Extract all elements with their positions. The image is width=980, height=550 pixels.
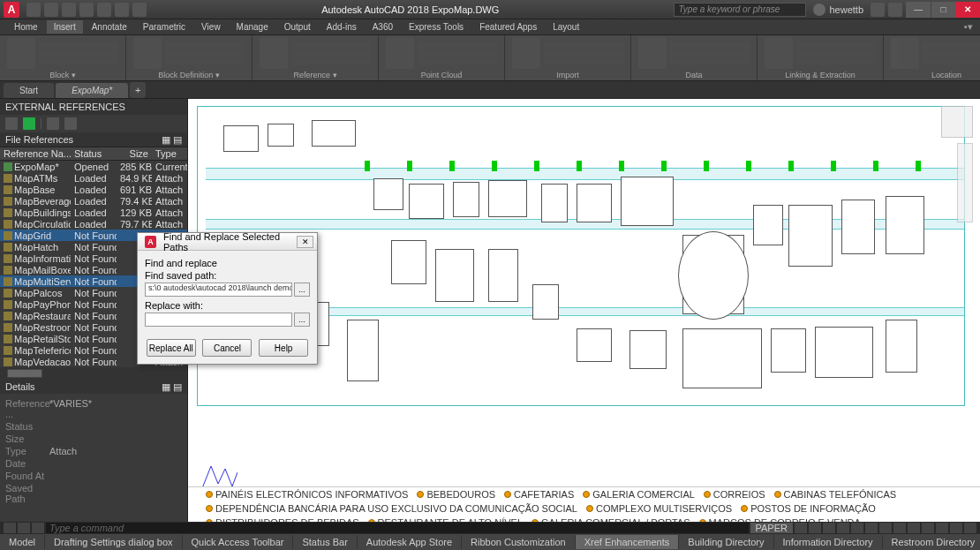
ribbon-button[interactable] [765, 37, 793, 69]
qat-open-icon[interactable] [44, 3, 58, 17]
osnap-icon[interactable] [851, 523, 863, 533]
grid-icon[interactable] [795, 523, 807, 533]
help-search-input[interactable]: Type a keyword or phrase [674, 3, 806, 17]
layout-icon[interactable] [18, 523, 30, 533]
transparency-icon[interactable] [893, 523, 906, 533]
layout-tab[interactable]: Restroom Directory [883, 535, 980, 549]
legend-dot-icon [531, 519, 539, 522]
qat-undo-icon[interactable] [115, 3, 129, 17]
doctab-active[interactable]: ExpoMap* [56, 83, 128, 98]
menu-insert[interactable]: Insert [47, 20, 83, 34]
minimize-button[interactable]: — [906, 2, 931, 18]
xref-row[interactable]: MapATMsLoaded84.9 KBAttach [0, 172, 187, 184]
close-button[interactable]: ✕ [955, 2, 980, 18]
maximize-button[interactable]: □ [931, 2, 955, 18]
user-menu[interactable]: hewettb [813, 4, 863, 16]
a360-icon[interactable] [871, 3, 885, 17]
layout-tab[interactable]: Ribbon Customization [462, 535, 576, 549]
replace-browse-button[interactable]: ... [294, 313, 310, 327]
polar-icon[interactable] [837, 523, 849, 533]
ribbon-button[interactable] [891, 37, 919, 69]
col-size[interactable]: Size [117, 147, 152, 160]
lweight-icon[interactable] [879, 523, 892, 533]
legend-item: GALERIA COMERCIAL [583, 489, 695, 500]
help-icon[interactable] [888, 3, 902, 17]
xref-row[interactable]: MapBuildingsLoaded129 KBAttach [0, 207, 187, 218]
plus-icon[interactable] [32, 523, 44, 533]
viewcube[interactable] [941, 106, 973, 138]
qat-plot-icon[interactable] [97, 3, 111, 17]
dialog-close-button[interactable]: ✕ [297, 236, 313, 248]
selection-icon[interactable] [908, 523, 920, 533]
dialog-titlebar[interactable]: A Find and Replace Selected Paths ✕ [138, 233, 317, 251]
menu-parametric[interactable]: Parametric [136, 20, 192, 34]
layout-tab[interactable]: Information Directory [774, 535, 883, 549]
list-view-icon[interactable] [47, 117, 59, 130]
layout-tab[interactable]: Model [0, 535, 45, 549]
menu-a360[interactable]: A360 [366, 20, 400, 34]
units-icon[interactable] [950, 523, 962, 533]
xref-icon [4, 312, 12, 320]
tree-view-icon[interactable] [64, 117, 77, 130]
layout-tab[interactable]: Xref Enhancements [576, 535, 680, 549]
ribbon-button[interactable] [7, 37, 35, 69]
ribbon-button[interactable] [133, 37, 162, 69]
xref-row[interactable]: ExpoMap*Opened285 KBCurrent [0, 161, 187, 172]
qat-redo-icon[interactable] [132, 3, 147, 17]
doctab-start[interactable]: Start [4, 83, 54, 98]
layout-tab[interactable]: Building Directory [679, 535, 773, 549]
menu-annotate[interactable]: Annotate [85, 20, 134, 34]
col-name[interactable]: Reference Na... [0, 147, 71, 160]
ribbon-button[interactable] [638, 37, 667, 69]
find-path-input[interactable]: s:\0 autodesk\autocad 2018\launch demo\d… [145, 283, 292, 297]
xref-row[interactable]: MapCirculationLoaded79.7 KBAttach [0, 218, 187, 230]
col-status[interactable]: Status [71, 147, 117, 160]
ribbon-button[interactable] [512, 37, 540, 69]
space-toggle[interactable]: PAPER [750, 523, 793, 533]
ribbon-button[interactable] [386, 37, 414, 69]
find-browse-button[interactable]: ... [294, 283, 310, 297]
qat-new-icon[interactable] [26, 3, 41, 17]
qat-save-icon[interactable] [62, 3, 76, 17]
cleanscreen-icon[interactable] [964, 523, 976, 533]
attach-dwg-icon[interactable] [5, 117, 18, 130]
layout-tab[interactable]: Quick Access Toolbar [183, 535, 294, 549]
navigation-bar[interactable] [957, 143, 973, 222]
menu-add-ins[interactable]: Add-ins [320, 20, 364, 34]
menu-output[interactable]: Output [277, 20, 318, 34]
replace-with-input[interactable] [145, 313, 292, 327]
qat-saveas-icon[interactable] [79, 3, 94, 17]
layout-tab[interactable]: Status Bar [293, 535, 357, 549]
menu-featured-apps[interactable]: Featured Apps [472, 20, 544, 34]
command-line[interactable]: Type a command [46, 523, 749, 533]
col-type[interactable]: Type [152, 147, 187, 160]
horizontal-scrollbar[interactable] [0, 367, 187, 380]
details-toggle-icon[interactable]: ▦ ▤ [162, 381, 182, 393]
ribbon-minimize-icon[interactable]: ▪▾ [964, 21, 973, 33]
layout-tab[interactable]: Drafting Settings dialog box [45, 535, 183, 549]
layout-tab[interactable]: Autodesk App Store [358, 535, 462, 549]
cancel-button[interactable]: Cancel [202, 339, 252, 357]
menu-layout[interactable]: Layout [546, 20, 586, 34]
otrack-icon[interactable] [865, 523, 878, 533]
workspace-icon[interactable] [936, 523, 948, 533]
xref-icon [4, 289, 12, 298]
view-toggle-icon[interactable]: ▦ ▤ [162, 134, 182, 146]
help-button[interactable]: Help [259, 339, 308, 357]
xref-row[interactable]: MapBeveragesLoaded79.4 KBAttach [0, 195, 187, 207]
legend-item: MARCOS DE CORREIO E VENDA [699, 517, 861, 522]
ortho-icon[interactable] [823, 523, 835, 533]
menu-express-tools[interactable]: Express Tools [402, 20, 471, 34]
detail-type-label: Type [5, 446, 49, 456]
xref-row[interactable]: MapBaseLoaded691 KBAttach [0, 184, 187, 195]
menu-manage[interactable]: Manage [230, 20, 275, 34]
add-tab-button[interactable]: + [130, 82, 146, 98]
menu-view[interactable]: View [194, 20, 228, 34]
replace-all-button[interactable]: Replace All [147, 339, 196, 357]
annoscale-icon[interactable] [922, 523, 934, 533]
refresh-icon[interactable] [23, 117, 35, 130]
model-space-icon[interactable] [4, 523, 16, 533]
menu-home[interactable]: Home [7, 20, 45, 34]
ribbon-button[interactable] [260, 37, 288, 69]
snap-icon[interactable] [809, 523, 821, 533]
